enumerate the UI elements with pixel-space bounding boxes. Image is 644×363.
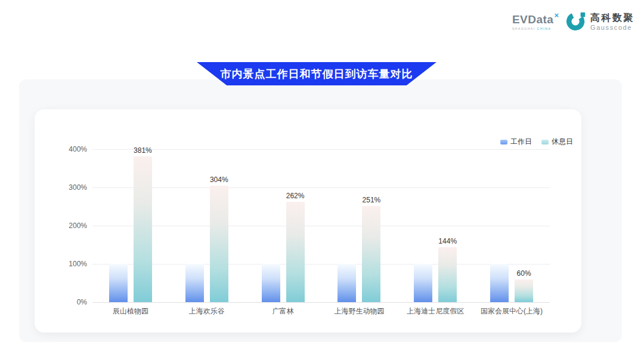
gridline [92, 302, 550, 303]
legend-label-workday: 工作日 [510, 137, 532, 147]
legend-swatch-workday-icon [500, 140, 507, 144]
bar-group: 144% [397, 149, 473, 302]
legend-label-restday: 休息日 [552, 137, 573, 147]
bar-workday [262, 264, 280, 302]
bar-restday: 381% [134, 156, 152, 302]
evdata-tagline: SHANGHAI CHINA [512, 27, 551, 30]
bar-group: 60% [473, 149, 550, 302]
y-tick-label: 300% [69, 183, 87, 192]
bar-group: 381% [92, 149, 169, 302]
bar-workday [185, 264, 204, 302]
bar-value-label: 144% [438, 237, 457, 245]
chart-title-banner: 市内景点工作日和节假日到访车量对比 [197, 62, 436, 85]
chart-card: 工作日 休息日 400%300%200%100%0% 381%304%262%2… [35, 109, 581, 333]
evdata-wordmark: EVData [512, 14, 554, 25]
x-category-label: 上海迪士尼度假区 [397, 306, 473, 316]
bar-value-label: 304% [210, 176, 228, 184]
brand-logos: EVData × SHANGHAI CHINA 高科数聚 Gausscode [512, 11, 634, 33]
legend-swatch-restday-icon [541, 140, 549, 144]
legend-item-restday[interactable]: 休息日 [541, 137, 573, 147]
bar-restday: 251% [362, 206, 380, 302]
y-tick-label: 0% [77, 298, 87, 306]
x-axis: 辰山植物园上海欢乐谷广富林上海野生动物园上海迪士尼度假区国家会展中心(上海) [92, 306, 550, 316]
evdata-x-icon: × [554, 11, 559, 19]
bar-value-label: 381% [134, 146, 152, 155]
bar-workday [490, 264, 509, 302]
bar-restday: 60% [515, 279, 533, 302]
bar-restday: 144% [438, 247, 457, 302]
chart-title: 市内景点工作日和节假日到访车量对比 [221, 67, 413, 81]
gausscode-logo: 高科数聚 Gausscode [566, 11, 634, 33]
bar-workday [109, 264, 128, 302]
x-category-label: 上海欢乐谷 [169, 306, 245, 316]
y-tick-label: 400% [69, 145, 87, 153]
bar-value-label: 251% [363, 196, 381, 204]
bar-group: 251% [321, 149, 397, 302]
bar-workday [414, 264, 432, 302]
bar-group: 262% [245, 149, 321, 302]
page: EVData × SHANGHAI CHINA 高科数聚 Gausscode 市… [0, 0, 644, 363]
y-axis: 400%300%200%100%0% [45, 149, 87, 302]
evdata-logo: EVData × SHANGHAI CHINA [512, 14, 558, 30]
bar-restday: 304% [210, 186, 228, 302]
x-category-label: 辰山植物园 [92, 306, 169, 316]
legend-item-workday[interactable]: 工作日 [500, 137, 532, 147]
plot-area: 381%304%262%251%144%60% [92, 149, 550, 302]
y-tick-label: 200% [69, 222, 87, 230]
gausscode-en-name: Gausscode [590, 24, 634, 32]
y-tick-label: 100% [69, 260, 87, 268]
gausscode-cn-name: 高科数聚 [590, 13, 634, 23]
x-category-label: 上海野生动物园 [321, 306, 397, 316]
bar-value-label: 60% [517, 269, 531, 278]
bar-workday [338, 264, 356, 302]
bar-value-label: 262% [286, 192, 305, 200]
x-category-label: 国家会展中心(上海) [473, 306, 550, 316]
bar-group: 304% [169, 149, 245, 302]
gausscode-g-mark-icon [566, 11, 587, 33]
bar-restday: 262% [286, 202, 305, 302]
x-category-label: 广富林 [245, 306, 321, 316]
chart-legend: 工作日 休息日 [500, 137, 573, 147]
